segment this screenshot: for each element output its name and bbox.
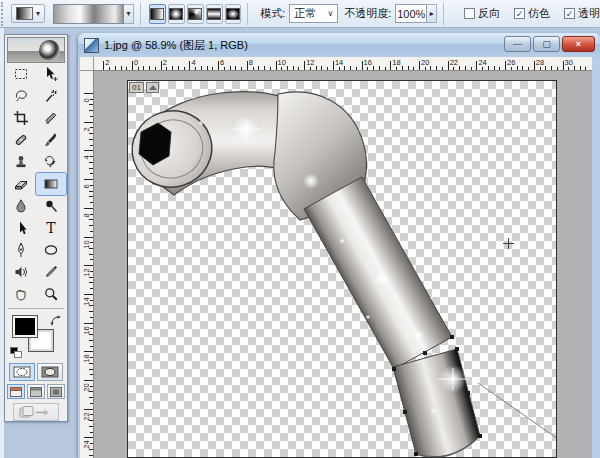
slice-tool[interactable] [36,107,66,129]
ruler-minor-tick [436,66,437,70]
ruler-tick [218,61,219,70]
tool-preset-picker[interactable]: ▾ [11,4,45,23]
gradient-type-reflected-button[interactable] [206,4,223,24]
hand-tool[interactable] [6,283,36,305]
ruler-minor-tick [115,66,116,70]
ruler-label: 12 [306,58,314,67]
chevron-down-icon: ∨ [327,10,333,18]
ruler-minor-tick [90,214,93,215]
ruler-minor-tick [350,66,351,70]
ruler-minor-tick [90,231,93,232]
ruler-minor-tick [90,386,93,387]
ruler-minor-tick [90,403,93,404]
ruler-minor-tick [89,426,93,427]
opacity-input[interactable]: 100% [395,4,427,23]
healing-brush-tool[interactable] [6,129,36,151]
ruler-tick [304,61,305,70]
ruler-minor-tick [356,67,357,70]
eyedropper-tool[interactable] [36,261,66,283]
dither-checkbox[interactable]: ✓ 仿色 [514,6,550,21]
gradient-type-linear-button[interactable] [149,4,166,24]
lasso-tool[interactable] [6,85,36,107]
pen-tool[interactable] [6,239,36,261]
foreground-color-swatch[interactable] [13,316,37,337]
fullscreen-menubar-mode-button[interactable] [27,384,45,399]
move-icon [43,66,59,82]
dodge-tool[interactable] [36,195,66,217]
ruler-minor-tick [89,369,93,370]
linear-gradient-icon [150,8,164,20]
reverse-checkbox[interactable]: 反向 [464,6,500,21]
ruler-minor-tick [89,363,93,364]
ruler-minor-tick [89,104,93,105]
gradient-type-radial-button[interactable] [168,4,185,24]
blend-mode-dropdown[interactable]: 正常 ∨ [289,4,338,23]
ruler-label: 16 [364,58,372,67]
ruler-tick [247,61,248,70]
ruler-minor-tick [90,328,93,329]
magic-wand-tool[interactable] [36,85,66,107]
edit-in-imageready-button[interactable] [13,403,59,421]
history-brush-tool[interactable] [36,151,66,173]
gradient-picker-button[interactable]: ▾ [124,4,134,24]
standard-screen-mode-button[interactable] [7,384,25,399]
ruler-minor-tick [166,67,167,70]
toolbox-banner[interactable] [7,37,65,63]
ruler-minor-tick [89,449,93,450]
v-ruler[interactable]: 024681012141618202224 [80,71,94,458]
opacity-spinner-button[interactable]: ▸ [427,4,437,23]
quick-mask-mode-button[interactable] [37,363,63,381]
opacity-label: 不透明度: [344,6,391,21]
gradient-type-diamond-button[interactable] [225,4,242,24]
eraser-tool[interactable] [6,173,36,195]
document-titlebar[interactable]: 1.jpg @ 58.9% (图层 1, RGB) — ▢ × [78,33,600,57]
ruler-minor-tick [568,67,569,70]
h-ruler[interactable]: 2024681012141618202224262830 [94,57,592,71]
ruler-minor-tick [90,202,93,203]
ruler-minor-tick [90,432,93,433]
ruler-minor-tick [580,66,581,70]
gradient-type-angle-button[interactable] [187,4,204,24]
gradient-tool[interactable] [36,173,66,195]
blur-tool[interactable] [6,195,36,217]
ruler-minor-tick [408,66,409,70]
transparency-checkbox[interactable]: ✓ 透明 [564,6,600,21]
canvas[interactable]: 01 [127,80,557,458]
options-bar-grip[interactable] [1,2,6,26]
ruler-label: 0 [134,58,138,67]
radial-gradient-icon [169,8,183,20]
ruler-minor-tick [430,66,431,70]
close-button[interactable]: × [562,36,595,52]
standard-screen-icon [10,387,22,397]
history-brush-icon [43,154,59,170]
marquee-tool[interactable] [6,63,36,85]
ruler-tick [276,61,277,70]
fullscreen-menubar-icon [30,387,42,397]
clone-stamp-tool[interactable] [6,151,36,173]
ruler-minor-tick [367,67,368,70]
gradient-preview[interactable] [53,4,124,24]
ruler-minor-tick [89,133,93,134]
fullscreen-mode-button[interactable] [47,384,65,399]
standard-mode-button[interactable] [9,363,35,381]
maximize-button[interactable]: ▢ [533,36,560,52]
brush-tool[interactable] [36,129,66,151]
shape-tool[interactable] [36,239,66,261]
type-tool[interactable]: T [36,217,66,239]
ruler-label: 30 [565,58,573,67]
ruler-minor-tick [89,391,93,392]
path-selection-tool[interactable] [6,217,36,239]
minimize-button[interactable]: — [504,36,531,52]
swap-colors-icon[interactable] [50,315,62,327]
ruler-minor-tick [453,67,454,70]
move-tool[interactable] [36,63,66,85]
ruler-minor-tick [321,66,322,70]
crop-tool[interactable] [6,107,36,129]
default-colors-icon[interactable] [10,347,23,358]
wrench-artwork [128,81,557,458]
ruler-minor-tick [270,67,271,70]
zoom-tool[interactable] [36,283,66,305]
clone-stamp-icon [13,154,29,170]
ruler-label: 10 [278,58,286,67]
annotation-tool[interactable] [6,261,36,283]
